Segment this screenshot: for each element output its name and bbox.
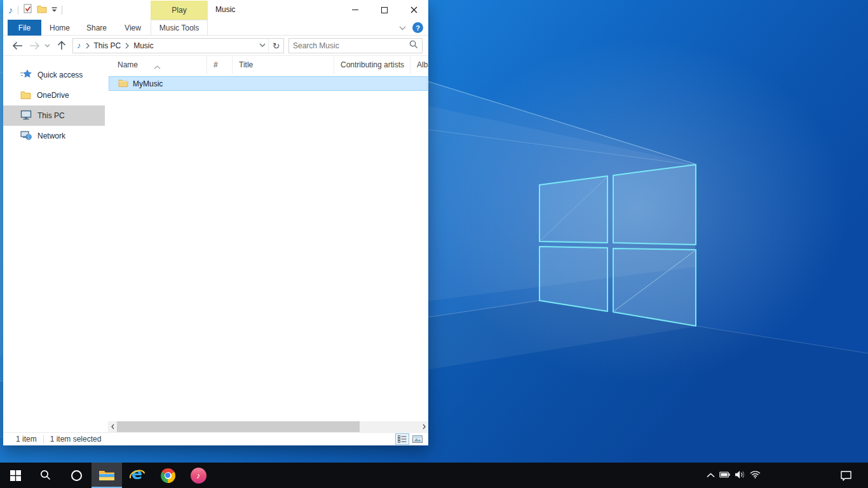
- taskbar: e ♪: [0, 463, 868, 488]
- close-button[interactable]: [399, 0, 428, 20]
- address-dropdown-chevron-icon[interactable]: [259, 43, 266, 48]
- column-header-number[interactable]: #: [207, 56, 232, 74]
- screen: ♪ Play Music: [0, 0, 868, 488]
- quick-access-star-icon: [20, 69, 32, 81]
- search-input[interactable]: [293, 41, 409, 50]
- windows-logo-pane-bottom-right: [613, 248, 696, 326]
- caption-buttons: [341, 0, 428, 20]
- column-label: Contributing artists: [341, 60, 404, 69]
- recent-locations-chevron-icon[interactable]: [44, 44, 50, 48]
- forward-button[interactable]: [29, 41, 40, 50]
- breadcrumb-this-pc[interactable]: This PC: [94, 41, 121, 50]
- sidebar-item-label: Quick access: [37, 71, 83, 79]
- wifi-icon[interactable]: [750, 470, 761, 480]
- file-row-mymusic-selected[interactable]: MyMusic: [109, 76, 428, 91]
- navigation-pane: Quick access OneDrive This PC: [3, 56, 105, 432]
- file-list-pane: Name # Title Contributing artists Alb My…: [105, 56, 428, 432]
- contextual-tab-group-play[interactable]: Play: [151, 1, 208, 20]
- title-bar[interactable]: ♪ Play Music: [3, 0, 428, 20]
- action-center-icon: [840, 470, 852, 481]
- taskbar-search-button[interactable]: [31, 463, 61, 488]
- action-center-button[interactable]: [840, 463, 852, 488]
- tab-file[interactable]: File: [8, 20, 41, 36]
- windows-logo-pane-bottom-left: [539, 247, 607, 311]
- taskbar-apps: e ♪: [0, 463, 214, 488]
- windows-logo-icon: [10, 470, 21, 481]
- scroll-right-arrow[interactable]: [419, 421, 428, 432]
- cortana-button[interactable]: [61, 463, 92, 488]
- chrome-icon-center: [165, 472, 172, 479]
- file-name: MyMusic: [133, 79, 163, 88]
- breadcrumb-chevron-icon[interactable]: [86, 43, 90, 49]
- battery-icon[interactable]: [719, 471, 730, 480]
- tray-expand-chevron-icon[interactable]: [707, 471, 715, 480]
- column-header-album[interactable]: Alb: [410, 56, 428, 74]
- windows-logo-pane-top-right: [613, 165, 696, 245]
- details-view-button[interactable]: [395, 433, 409, 445]
- taskbar-file-explorer-button[interactable]: [92, 463, 122, 488]
- scrollbar-thumb[interactable]: [117, 421, 360, 432]
- search-icon[interactable]: [409, 40, 418, 51]
- back-button[interactable]: [12, 41, 23, 50]
- toolbar-separator: [62, 6, 62, 15]
- breadcrumb-music[interactable]: Music: [133, 41, 153, 50]
- minimize-ribbon-chevron-icon[interactable]: [399, 24, 406, 32]
- help-button[interactable]: ?: [412, 22, 423, 33]
- tab-music-tools[interactable]: Music Tools: [151, 20, 208, 36]
- selection-count: 1 item selected: [50, 435, 102, 444]
- itunes-icon: ♪: [191, 468, 207, 484]
- ribbon-right-controls: ?: [399, 20, 423, 36]
- internet-explorer-icon: e: [128, 467, 146, 484]
- toolbar-separator: [18, 6, 18, 15]
- status-separator: [43, 435, 44, 443]
- view-switcher: [395, 433, 424, 445]
- start-button[interactable]: [0, 463, 31, 488]
- maximize-button[interactable]: [370, 0, 399, 20]
- new-folder-icon[interactable]: [37, 4, 47, 15]
- sidebar-item-quick-access[interactable]: Quick access: [3, 65, 105, 85]
- system-tray: [707, 463, 761, 488]
- sidebar-item-label: This PC: [37, 111, 65, 120]
- properties-icon[interactable]: [23, 4, 32, 16]
- search-box[interactable]: [288, 38, 423, 53]
- tab-view[interactable]: View: [115, 20, 151, 36]
- address-bar[interactable]: ♪ This PC Music ↻: [72, 38, 284, 53]
- ribbon-tab-row: File Home Share View Music Tools ?: [3, 20, 428, 36]
- column-header-contributing-artists[interactable]: Contributing artists: [334, 56, 410, 74]
- sidebar-item-label: OneDrive: [37, 91, 69, 100]
- horizontal-scrollbar[interactable]: [108, 421, 428, 432]
- sidebar-item-onedrive[interactable]: OneDrive: [3, 85, 105, 105]
- app-music-note-icon: ♪: [8, 5, 13, 15]
- internet-explorer-button[interactable]: e: [122, 463, 153, 488]
- sidebar-item-network[interactable]: Network: [3, 126, 105, 146]
- minimize-icon: [352, 10, 358, 10]
- maximize-icon: [381, 7, 388, 13]
- up-button[interactable]: [57, 41, 66, 50]
- tab-share[interactable]: Share: [78, 20, 115, 36]
- column-header-title[interactable]: Title: [232, 56, 334, 74]
- column-headers: Name # Title Contributing artists Alb: [108, 56, 428, 74]
- network-icon: [20, 130, 32, 142]
- large-icons-view-icon: [412, 435, 423, 443]
- minimize-button[interactable]: [341, 0, 370, 20]
- customize-toolbar-caret-icon[interactable]: [51, 6, 57, 15]
- quick-access-toolbar: ♪: [8, 0, 62, 20]
- this-pc-monitor-icon: [20, 110, 32, 122]
- scroll-left-arrow[interactable]: [108, 421, 117, 432]
- status-bar: 1 item 1 item selected: [3, 432, 428, 445]
- file-explorer-window: ♪ Play Music: [3, 0, 428, 445]
- large-icons-view-button[interactable]: [410, 433, 424, 445]
- breadcrumb-chevron-icon[interactable]: [125, 43, 129, 49]
- navigation-toolbar: ♪ This PC Music ↻: [3, 36, 428, 56]
- sidebar-item-this-pc[interactable]: This PC: [3, 105, 105, 126]
- column-header-name[interactable]: Name: [108, 56, 207, 74]
- chrome-button[interactable]: [153, 463, 183, 488]
- refresh-button[interactable]: ↻: [268, 39, 283, 53]
- chrome-icon: [161, 468, 175, 483]
- window-title: Music: [215, 0, 235, 20]
- column-label: #: [214, 60, 218, 69]
- itunes-button[interactable]: ♪: [183, 463, 214, 488]
- search-icon: [40, 470, 51, 481]
- tab-home[interactable]: Home: [41, 20, 78, 36]
- volume-icon[interactable]: [735, 470, 745, 481]
